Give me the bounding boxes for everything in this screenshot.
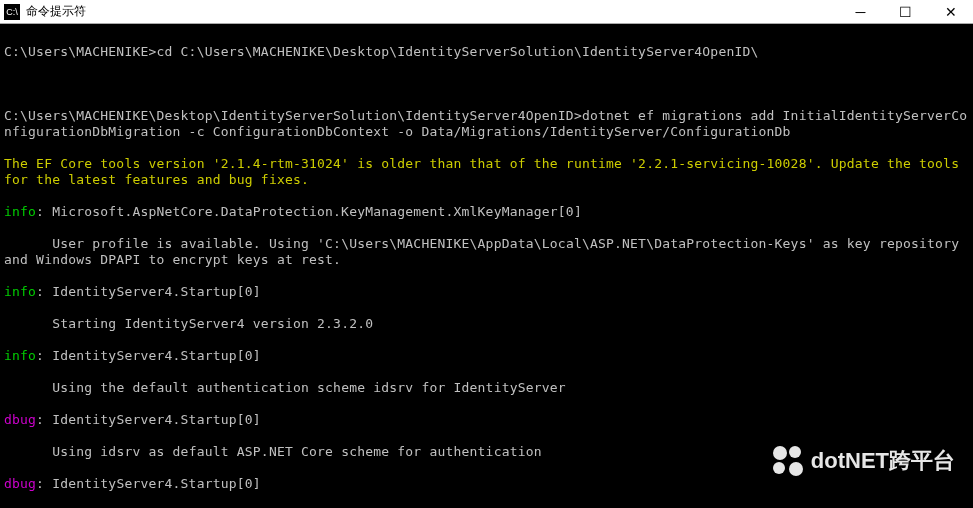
window-controls: ─ ☐ ✕	[838, 0, 973, 24]
minimize-button[interactable]: ─	[838, 0, 883, 24]
close-button[interactable]: ✕	[928, 0, 973, 24]
log-message: User profile is available. Using 'C:\Use…	[4, 236, 969, 268]
log-level-dbug: dbug	[4, 476, 36, 491]
console-icon: C:\	[4, 4, 20, 20]
maximize-button[interactable]: ☐	[883, 0, 928, 24]
log-source: : IdentityServer4.Startup[0]	[36, 476, 261, 491]
prompt: C:\Users\MACHENIKE\Desktop\IdentityServe…	[4, 108, 582, 123]
watermark: dotNET跨平台	[773, 446, 955, 476]
log-source: : IdentityServer4.Startup[0]	[36, 348, 261, 363]
log-level-info: info	[4, 204, 36, 219]
log-level-dbug: dbug	[4, 412, 36, 427]
warning-text: The EF Core tools version '2.1.4-rtm-310…	[4, 156, 969, 188]
log-source: : Microsoft.AspNetCore.DataProtection.Ke…	[36, 204, 582, 219]
command-text: cd C:\Users\MACHENIKE\Desktop\IdentitySe…	[157, 44, 759, 59]
watermark-text: dotNET跨平台	[811, 446, 955, 476]
log-source: : IdentityServer4.Startup[0]	[36, 284, 261, 299]
terminal-output[interactable]: C:\Users\MACHENIKE>cd C:\Users\MACHENIKE…	[0, 24, 973, 508]
wechat-icon	[773, 446, 803, 476]
log-level-info: info	[4, 348, 36, 363]
log-source: : IdentityServer4.Startup[0]	[36, 412, 261, 427]
log-level-info: info	[4, 284, 36, 299]
log-message: Using the default authentication scheme …	[4, 380, 969, 396]
window-title: 命令提示符	[26, 3, 838, 20]
log-message: Starting IdentityServer4 version 2.3.2.0	[4, 316, 969, 332]
window-titlebar: C:\ 命令提示符 ─ ☐ ✕	[0, 0, 973, 24]
prompt: C:\Users\MACHENIKE>	[4, 44, 157, 59]
